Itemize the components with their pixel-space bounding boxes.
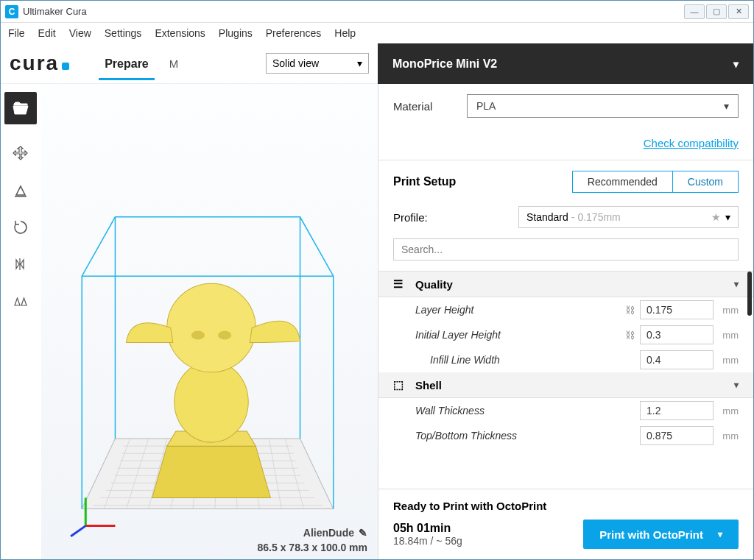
folder-open-icon (12, 99, 29, 117)
rotate-icon (12, 219, 29, 236)
svg-point-26 (167, 283, 256, 372)
model-dimensions: 86.5 x 78.3 x 100.0 mm (258, 542, 367, 553)
minimize-button[interactable]: ― (684, 4, 705, 19)
material-select[interactable]: PLA ▾ (467, 94, 739, 118)
setting-layer-height-input[interactable]: 0.175 (640, 300, 714, 319)
titlebar: C Ultimaker Cura ― ▢ ✕ (1, 1, 753, 23)
print-time: 05h 01min (393, 522, 462, 535)
chevron-down-icon: ▾ (734, 380, 739, 390)
printer-name: MonoPrice Mini V2 (392, 57, 497, 71)
open-file-button[interactable] (4, 92, 37, 124)
move-tool[interactable] (4, 138, 37, 170)
svg-point-27 (191, 330, 205, 339)
svg-line-22 (71, 526, 85, 536)
category-quality[interactable]: ☰ Quality ▾ (378, 272, 753, 297)
rotate-tool[interactable] (4, 211, 37, 244)
app-window: C Ultimaker Cura ― ▢ ✕ File Edit View Se… (0, 0, 754, 560)
material-value: PLA (476, 100, 496, 112)
link-icon[interactable]: ⛓ (625, 330, 640, 341)
setting-initial-layer-height-label: Initial Layer Height (415, 329, 625, 341)
profile-select[interactable]: Standard - 0.175mm ★ ▾ (518, 206, 739, 228)
chevron-down-icon[interactable]: ▾ (718, 529, 722, 539)
maximize-button[interactable]: ▢ (706, 4, 727, 19)
category-shell-label: Shell (415, 379, 442, 391)
setting-top-bottom-thickness-input[interactable]: 0.875 (640, 426, 714, 445)
settings-search-input[interactable]: Search... (393, 238, 739, 260)
setting-layer-height-label: Layer Height (415, 304, 625, 316)
custom-button[interactable]: Custom (672, 171, 739, 193)
print-button-label: Print with OctoPrint (599, 528, 703, 541)
unit-label: mm (714, 305, 739, 316)
close-button[interactable]: ✕ (728, 4, 749, 19)
view-mode-value: Solid view (272, 57, 319, 69)
pencil-icon[interactable]: ✎ (359, 527, 367, 539)
chevron-down-icon: ▾ (734, 279, 739, 289)
shell-icon: ⬚ (393, 378, 408, 391)
scale-tool[interactable] (4, 174, 37, 207)
link-icon[interactable]: ⛓ (625, 305, 640, 316)
setting-wall-thickness-input[interactable]: 1.2 (640, 401, 714, 420)
svg-point-25 (175, 361, 248, 442)
app-title: Ultimaker Cura (23, 6, 87, 17)
ready-status: Ready to Print with OctoPrint (393, 500, 739, 512)
mirror-tool[interactable] (4, 248, 37, 280)
chevron-down-icon: ▾ (725, 211, 730, 223)
view-mode-select[interactable]: Solid view ▾ (266, 53, 369, 74)
bottom-bar: Ready to Print with OctoPrint 05h 01min … (378, 489, 753, 559)
settings-pane: Material PLA ▾ Check compatibility Print… (378, 84, 753, 559)
viewport-3d[interactable]: AlienDude ✎ 86.5 x 78.3 x 100.0 mm (41, 84, 378, 559)
chevron-down-icon: ▾ (724, 100, 729, 112)
star-icon[interactable]: ★ (711, 211, 721, 223)
tab-monitor-partial[interactable]: M (169, 57, 179, 70)
check-compatibility-link[interactable]: Check compatibility (393, 137, 739, 149)
recommended-button[interactable]: Recommended (573, 171, 673, 192)
svg-point-28 (218, 330, 231, 339)
unit-label: mm (714, 405, 739, 417)
tool-column (1, 84, 41, 559)
svg-marker-23 (152, 446, 271, 497)
menu-plugins[interactable]: Plugins (219, 27, 253, 39)
menu-file[interactable]: File (8, 27, 25, 39)
menu-extensions[interactable]: Extensions (155, 27, 205, 39)
profile-label: Profile: (393, 211, 518, 224)
setting-initial-layer-height-input[interactable]: 0.3 (640, 325, 714, 344)
build-volume (41, 84, 378, 550)
tab-prepare[interactable]: Prepare (99, 47, 155, 80)
settings-list: ☰ Quality ▾ Layer Height ⛓ 0.175 mm Init… (378, 272, 753, 489)
search-placeholder: Search... (401, 244, 443, 255)
profile-detail: - 0.175mm (571, 211, 621, 223)
chevron-down-icon: ▾ (733, 58, 739, 70)
profile-name: Standard (526, 211, 568, 223)
menu-help[interactable]: Help (334, 27, 356, 39)
mirror-icon (12, 255, 29, 273)
window-controls: ― ▢ ✕ (684, 4, 749, 19)
per-model-icon (12, 292, 29, 310)
menu-preferences[interactable]: Preferences (266, 27, 321, 39)
category-quality-label: Quality (415, 278, 453, 291)
menu-edit[interactable]: Edit (38, 27, 56, 39)
quality-icon: ☰ (393, 277, 408, 291)
per-model-tool[interactable] (4, 285, 37, 317)
setting-wall-thickness-label: Wall Thickness (415, 405, 625, 417)
cura-logo: cura (10, 52, 69, 75)
print-setup-label: Print Setup (393, 175, 572, 188)
scrollbar-thumb[interactable] (747, 272, 752, 316)
setting-top-bottom-thickness-label: Top/Bottom Thickness (415, 430, 625, 442)
move-icon (12, 145, 29, 163)
menu-view[interactable]: View (69, 27, 91, 39)
print-button[interactable]: Print with OctoPrint ▾ (583, 520, 739, 549)
menu-settings[interactable]: Settings (105, 27, 142, 39)
setting-infill-line-width-input[interactable]: 0.4 (640, 350, 714, 369)
printer-select[interactable]: MonoPrice Mini V2 ▾ (378, 43, 753, 84)
material-label: Material (393, 100, 467, 113)
unit-label: mm (714, 430, 739, 442)
top-row: cura Prepare M Solid view ▾ MonoPrice Mi… (1, 43, 753, 84)
category-shell[interactable]: ⬚ Shell ▾ (378, 372, 753, 398)
model-name: AlienDude (303, 527, 354, 539)
scale-icon (12, 182, 29, 199)
setting-infill-line-width-label: Infill Line Width (430, 354, 625, 366)
filament-usage: 18.84m / ~ 56g (393, 535, 462, 547)
setup-mode-toggle: Recommended Custom (572, 171, 739, 193)
app-icon: C (5, 5, 18, 18)
model-info: AlienDude ✎ 86.5 x 78.3 x 100.0 mm (258, 527, 367, 553)
